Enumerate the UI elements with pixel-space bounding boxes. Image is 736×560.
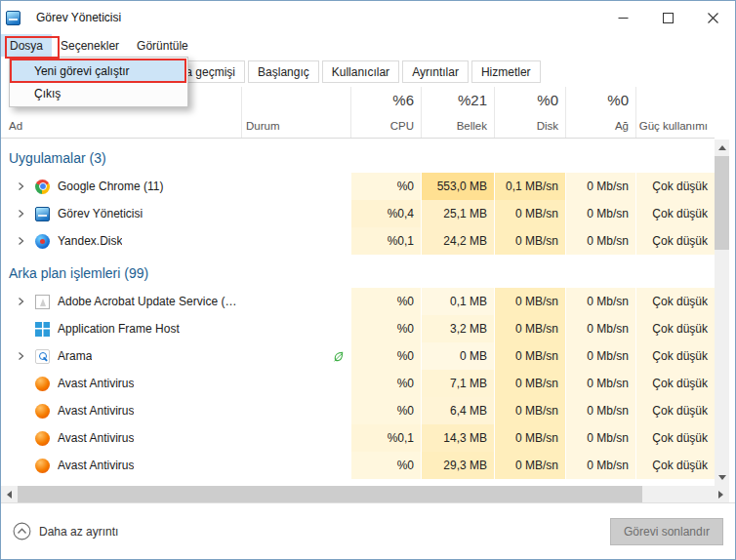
tab-baslangic[interactable]: Başlangıç xyxy=(248,60,319,83)
network-cell: 0 Mb/sn xyxy=(565,288,635,315)
section-label: Uygulamalar (3) xyxy=(9,150,106,166)
process-row[interactable]: Avast Antivirus %0 7,1 MB 0 MB/sn 0 Mb/s… xyxy=(1,370,715,397)
memory-cell: 24,2 MB xyxy=(421,227,494,255)
tab-hizmetler[interactable]: Hizmetler xyxy=(471,60,541,83)
network-total: %0 xyxy=(566,92,629,108)
end-task-button[interactable]: Görevi sonlandır xyxy=(610,518,723,545)
vertical-scroll-thumb[interactable] xyxy=(715,156,729,250)
process-row[interactable]: Avast Antivirus %0 29,3 MB 0 MB/sn 0 Mb/… xyxy=(1,452,715,479)
network-cell: 0 Mb/sn xyxy=(565,173,635,200)
process-name-cell: Google Chrome (11) xyxy=(1,173,241,200)
cpu-cell: %0,4 xyxy=(350,200,421,227)
menu-dosya[interactable]: Dosya xyxy=(1,34,52,57)
process-name-cell: Adobe Acrobat Update Service (… xyxy=(1,288,241,315)
close-button[interactable] xyxy=(690,1,735,34)
status-cell xyxy=(241,370,350,397)
process-name-cell: Avast Antivirus xyxy=(1,370,241,397)
process-name: Avast Antivirus xyxy=(58,404,134,418)
process-row[interactable]: Adobe Acrobat Update Service (… %0 0,1 M… xyxy=(1,288,715,315)
scroll-right-arrow-icon[interactable] xyxy=(713,486,729,502)
maximize-button[interactable] xyxy=(645,1,690,34)
expand-chevron-icon[interactable] xyxy=(17,297,30,306)
tab-kullanicilar[interactable]: Kullanıcılar xyxy=(322,60,399,83)
column-header-cpu[interactable]: %6 CPU xyxy=(350,87,421,138)
details-toggle-button[interactable]: Daha az ayrıntı xyxy=(13,522,118,540)
process-name-cell: Application Frame Host xyxy=(1,315,241,342)
process-name-cell: Yandex.Disk xyxy=(1,227,241,255)
menu-item-exit[interactable]: Çıkış xyxy=(12,82,185,104)
column-header-network[interactable]: %0 Ağ xyxy=(565,87,635,138)
vertical-scrollbar[interactable] xyxy=(715,140,729,486)
status-bar: Daha az ayrıntı Görevi sonlandır xyxy=(1,502,735,559)
process-row[interactable]: Yandex.Disk %0,1 24,2 MB 0 MB/sn 0 Mb/sn… xyxy=(1,227,715,255)
column-header-power[interactable]: Güç kullanımı xyxy=(635,87,715,138)
process-name-cell: Avast Antivirus xyxy=(1,424,241,452)
power-cell: Çok düşük xyxy=(635,342,715,370)
power-cell: Çok düşük xyxy=(635,370,715,397)
process-row[interactable]: Avast Antivirus %0,1 14,3 MB 0 MB/sn 0 M… xyxy=(1,424,715,452)
details-toggle-label: Daha az ayrıntı xyxy=(39,525,118,539)
process-name: Avast Antivirus xyxy=(58,431,134,445)
status-cell xyxy=(241,315,350,342)
tab-strip: Uygulama geçmişi Başlangıç Kullanıcılar … xyxy=(130,60,541,83)
horizontal-scrollbar[interactable] xyxy=(1,486,729,502)
section-header-row[interactable]: Uygulamalar (3) xyxy=(1,140,715,173)
file-menu-dropdown: Yeni görevi çalıştır Çıkış xyxy=(9,57,188,107)
menubar: Dosya Seçenekler Görüntüle xyxy=(1,34,735,57)
chrome-icon xyxy=(35,180,50,194)
status-cell xyxy=(241,424,350,452)
cpu-cell: %0 xyxy=(350,288,421,315)
close-icon xyxy=(708,13,718,23)
column-header-status[interactable]: Durum xyxy=(241,87,350,138)
disk-cell: 0 MB/sn xyxy=(494,397,565,424)
expand-chevron-icon[interactable] xyxy=(17,209,30,219)
process-row[interactable]: Arama %0 0 MB 0 MB/sn 0 Mb/sn Çok düşük xyxy=(1,342,715,370)
process-name: Avast Antivirus xyxy=(58,377,134,390)
menu-goruntule[interactable]: Görüntüle xyxy=(128,34,197,57)
disk-cell: 0 MB/sn xyxy=(494,227,565,255)
cpu-cell: %0,1 xyxy=(350,424,421,452)
menu-secenekler[interactable]: Seçenekler xyxy=(52,34,128,57)
network-cell: 0 Mb/sn xyxy=(565,227,635,255)
expand-chevron-icon[interactable] xyxy=(17,351,30,361)
cpu-cell: %0 xyxy=(350,173,421,200)
status-cell xyxy=(241,452,350,479)
process-name: Application Frame Host xyxy=(58,322,180,336)
scroll-down-arrow-icon[interactable] xyxy=(715,469,729,486)
scroll-up-arrow-icon[interactable] xyxy=(715,140,729,156)
cpu-cell: %0 xyxy=(350,315,421,342)
process-name-cell: Avast Antivirus xyxy=(1,452,241,479)
maximize-icon xyxy=(663,13,674,23)
expand-chevron-icon[interactable] xyxy=(17,236,30,246)
process-row[interactable]: Görev Yöneticisi %0,4 25,1 MB 0 MB/sn 0 … xyxy=(1,200,715,227)
status-cell xyxy=(241,288,350,315)
power-cell: Çok düşük xyxy=(635,173,715,200)
network-cell: 0 Mb/sn xyxy=(565,452,635,479)
power-cell: Çok düşük xyxy=(635,452,715,479)
cpu-cell: %0 xyxy=(350,370,421,397)
minimize-button[interactable] xyxy=(600,1,645,34)
appframe-icon xyxy=(35,322,50,337)
process-row[interactable]: Avast Antivirus %0 6,4 MB 0 MB/sn 0 Mb/s… xyxy=(1,397,715,424)
avast-icon xyxy=(35,404,50,419)
avast-icon xyxy=(35,431,50,446)
horizontal-scroll-thumb[interactable] xyxy=(18,486,642,502)
process-name: Görev Yöneticisi xyxy=(58,207,143,220)
column-header-disk[interactable]: %0 Disk xyxy=(494,87,565,138)
process-row[interactable]: Google Chrome (11) %0 553,0 MB 0,1 MB/sn… xyxy=(1,173,715,200)
scroll-left-arrow-icon[interactable] xyxy=(1,486,18,502)
chevron-up-circle-icon xyxy=(13,522,31,540)
process-name: Arama xyxy=(58,349,92,363)
process-name-cell: Görev Yöneticisi xyxy=(1,200,241,227)
process-row[interactable]: Application Frame Host %0 3,2 MB 0 MB/sn… xyxy=(1,315,715,342)
network-cell: 0 Mb/sn xyxy=(565,200,635,227)
expand-chevron-icon[interactable] xyxy=(17,181,30,191)
memory-cell: 0 MB xyxy=(421,342,494,370)
tab-ayrintilar[interactable]: Ayrıntılar xyxy=(402,60,469,83)
menu-item-run-new-task[interactable]: Yeni görevi çalıştır xyxy=(12,60,185,82)
eco-leaf-icon xyxy=(332,350,345,363)
status-cell xyxy=(241,200,350,227)
column-header-memory[interactable]: %21 Bellek xyxy=(421,87,494,138)
section-header-row[interactable]: Arka plan işlemleri (99) xyxy=(1,255,715,288)
process-name: Adobe Acrobat Update Service (… xyxy=(58,295,236,308)
